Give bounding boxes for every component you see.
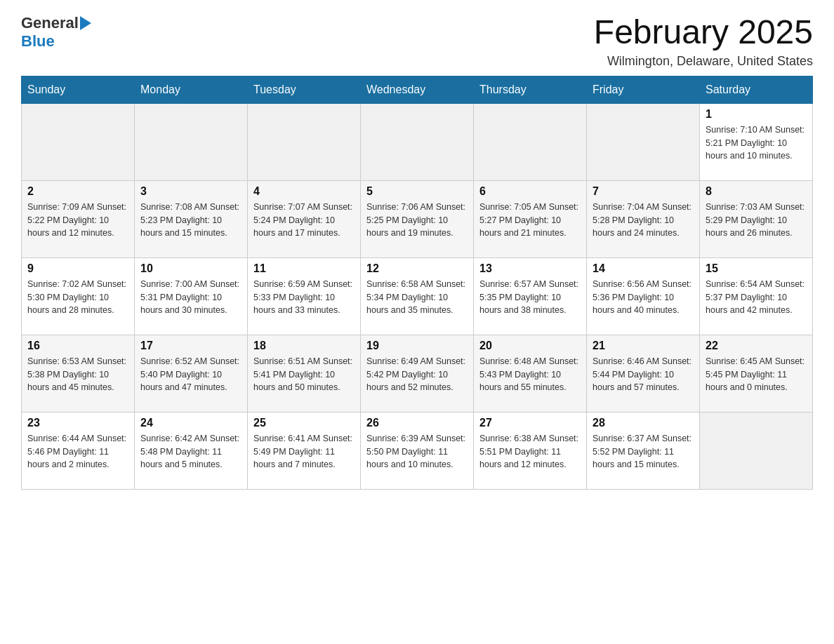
calendar-cell: 15Sunrise: 6:54 AM Sunset: 5:37 PM Dayli…	[700, 257, 813, 335]
day-number: 17	[140, 340, 241, 352]
calendar-cell: 25Sunrise: 6:41 AM Sunset: 5:49 PM Dayli…	[248, 412, 361, 489]
title-section: February 2025 Wilmington, Delaware, Unit…	[594, 14, 813, 69]
day-info: Sunrise: 6:41 AM Sunset: 5:49 PM Dayligh…	[253, 432, 355, 471]
day-info: Sunrise: 6:42 AM Sunset: 5:48 PM Dayligh…	[140, 432, 241, 471]
calendar-cell: 12Sunrise: 6:58 AM Sunset: 5:34 PM Dayli…	[361, 257, 474, 335]
weekday-header-monday: Monday	[135, 76, 248, 103]
month-title: February 2025	[594, 14, 813, 51]
day-number: 4	[253, 185, 355, 198]
calendar-cell	[474, 103, 587, 180]
day-info: Sunrise: 6:58 AM Sunset: 5:34 PM Dayligh…	[366, 278, 468, 317]
calendar-cell: 3Sunrise: 7:08 AM Sunset: 5:23 PM Daylig…	[135, 180, 248, 257]
day-info: Sunrise: 7:04 AM Sunset: 5:28 PM Dayligh…	[593, 201, 694, 240]
weekday-header-saturday: Saturday	[700, 76, 813, 103]
calendar-table: SundayMondayTuesdayWednesdayThursdayFrid…	[21, 76, 813, 490]
day-info: Sunrise: 7:06 AM Sunset: 5:25 PM Dayligh…	[366, 201, 468, 240]
day-info: Sunrise: 6:53 AM Sunset: 5:38 PM Dayligh…	[27, 355, 128, 394]
logo-blue-text: Blue	[21, 32, 55, 51]
calendar-cell: 13Sunrise: 6:57 AM Sunset: 5:35 PM Dayli…	[474, 257, 587, 335]
day-number: 1	[706, 108, 807, 121]
calendar-cell: 2Sunrise: 7:09 AM Sunset: 5:22 PM Daylig…	[22, 180, 135, 257]
day-number: 9	[27, 262, 128, 275]
day-number: 18	[253, 340, 355, 352]
calendar-cell: 19Sunrise: 6:49 AM Sunset: 5:42 PM Dayli…	[361, 335, 474, 412]
calendar-cell	[700, 412, 813, 489]
day-number: 21	[593, 340, 694, 352]
day-info: Sunrise: 6:52 AM Sunset: 5:40 PM Dayligh…	[140, 355, 241, 394]
calendar-cell: 28Sunrise: 6:37 AM Sunset: 5:52 PM Dayli…	[587, 412, 700, 489]
day-info: Sunrise: 7:08 AM Sunset: 5:23 PM Dayligh…	[140, 201, 241, 240]
day-number: 2	[27, 185, 128, 198]
calendar-cell: 16Sunrise: 6:53 AM Sunset: 5:38 PM Dayli…	[22, 335, 135, 412]
calendar-cell: 21Sunrise: 6:46 AM Sunset: 5:44 PM Dayli…	[587, 335, 700, 412]
calendar-cell: 14Sunrise: 6:56 AM Sunset: 5:36 PM Dayli…	[587, 257, 700, 335]
calendar-cell: 9Sunrise: 7:02 AM Sunset: 5:30 PM Daylig…	[22, 257, 135, 335]
day-number: 24	[140, 417, 241, 429]
calendar-cell: 10Sunrise: 7:00 AM Sunset: 5:31 PM Dayli…	[135, 257, 248, 335]
day-info: Sunrise: 6:59 AM Sunset: 5:33 PM Dayligh…	[253, 278, 355, 317]
page-header: General Blue February 2025 Wilmington, D…	[21, 14, 813, 69]
day-info: Sunrise: 7:07 AM Sunset: 5:24 PM Dayligh…	[253, 201, 355, 240]
day-info: Sunrise: 6:39 AM Sunset: 5:50 PM Dayligh…	[366, 432, 468, 471]
calendar-cell	[248, 103, 361, 180]
day-number: 13	[479, 262, 581, 275]
day-info: Sunrise: 6:48 AM Sunset: 5:43 PM Dayligh…	[479, 355, 581, 394]
calendar-cell	[361, 103, 474, 180]
day-number: 5	[366, 185, 468, 198]
day-number: 15	[706, 262, 807, 275]
calendar-week-row: 1Sunrise: 7:10 AM Sunset: 5:21 PM Daylig…	[22, 103, 813, 180]
day-info: Sunrise: 7:00 AM Sunset: 5:31 PM Dayligh…	[140, 278, 241, 317]
calendar-cell: 1Sunrise: 7:10 AM Sunset: 5:21 PM Daylig…	[700, 103, 813, 180]
calendar-cell: 18Sunrise: 6:51 AM Sunset: 5:41 PM Dayli…	[248, 335, 361, 412]
day-info: Sunrise: 7:02 AM Sunset: 5:30 PM Dayligh…	[27, 278, 128, 317]
day-number: 10	[140, 262, 241, 275]
day-info: Sunrise: 6:46 AM Sunset: 5:44 PM Dayligh…	[593, 355, 694, 394]
logo-arrow-icon	[80, 16, 91, 30]
calendar-cell	[135, 103, 248, 180]
calendar-cell: 5Sunrise: 7:06 AM Sunset: 5:25 PM Daylig…	[361, 180, 474, 257]
calendar-cell: 11Sunrise: 6:59 AM Sunset: 5:33 PM Dayli…	[248, 257, 361, 335]
day-info: Sunrise: 6:51 AM Sunset: 5:41 PM Dayligh…	[253, 355, 355, 394]
calendar-cell: 4Sunrise: 7:07 AM Sunset: 5:24 PM Daylig…	[248, 180, 361, 257]
calendar-cell: 6Sunrise: 7:05 AM Sunset: 5:27 PM Daylig…	[474, 180, 587, 257]
day-number: 11	[253, 262, 355, 275]
logo: General Blue	[21, 14, 91, 51]
calendar-week-row: 9Sunrise: 7:02 AM Sunset: 5:30 PM Daylig…	[22, 257, 813, 335]
calendar-cell: 17Sunrise: 6:52 AM Sunset: 5:40 PM Dayli…	[135, 335, 248, 412]
calendar-cell: 23Sunrise: 6:44 AM Sunset: 5:46 PM Dayli…	[22, 412, 135, 489]
calendar-week-row: 2Sunrise: 7:09 AM Sunset: 5:22 PM Daylig…	[22, 180, 813, 257]
weekday-header-tuesday: Tuesday	[248, 76, 361, 103]
day-number: 14	[593, 262, 694, 275]
calendar-cell: 22Sunrise: 6:45 AM Sunset: 5:45 PM Dayli…	[700, 335, 813, 412]
day-number: 6	[479, 185, 581, 198]
day-info: Sunrise: 6:37 AM Sunset: 5:52 PM Dayligh…	[593, 432, 694, 471]
day-info: Sunrise: 6:49 AM Sunset: 5:42 PM Dayligh…	[366, 355, 468, 394]
day-info: Sunrise: 7:10 AM Sunset: 5:21 PM Dayligh…	[706, 123, 807, 163]
calendar-cell: 24Sunrise: 6:42 AM Sunset: 5:48 PM Dayli…	[135, 412, 248, 489]
calendar-cell: 26Sunrise: 6:39 AM Sunset: 5:50 PM Dayli…	[361, 412, 474, 489]
calendar-cell	[587, 103, 700, 180]
day-info: Sunrise: 6:38 AM Sunset: 5:51 PM Dayligh…	[479, 432, 581, 471]
day-number: 12	[366, 262, 468, 275]
calendar-header: SundayMondayTuesdayWednesdayThursdayFrid…	[22, 76, 813, 103]
day-info: Sunrise: 6:45 AM Sunset: 5:45 PM Dayligh…	[706, 355, 807, 394]
day-number: 22	[706, 340, 807, 352]
day-number: 26	[366, 417, 468, 429]
weekday-header-wednesday: Wednesday	[361, 76, 474, 103]
weekday-header-friday: Friday	[587, 76, 700, 103]
day-info: Sunrise: 6:56 AM Sunset: 5:36 PM Dayligh…	[593, 278, 694, 317]
calendar-week-row: 23Sunrise: 6:44 AM Sunset: 5:46 PM Dayli…	[22, 412, 813, 489]
day-number: 25	[253, 417, 355, 429]
calendar-cell: 27Sunrise: 6:38 AM Sunset: 5:51 PM Dayli…	[474, 412, 587, 489]
day-info: Sunrise: 6:44 AM Sunset: 5:46 PM Dayligh…	[27, 432, 128, 471]
day-number: 20	[479, 340, 581, 352]
calendar-cell: 20Sunrise: 6:48 AM Sunset: 5:43 PM Dayli…	[474, 335, 587, 412]
day-info: Sunrise: 7:03 AM Sunset: 5:29 PM Dayligh…	[706, 201, 807, 240]
day-number: 7	[593, 185, 694, 198]
day-number: 27	[479, 417, 581, 429]
calendar-cell: 8Sunrise: 7:03 AM Sunset: 5:29 PM Daylig…	[700, 180, 813, 257]
day-number: 3	[140, 185, 241, 198]
day-number: 28	[593, 417, 694, 429]
day-info: Sunrise: 6:57 AM Sunset: 5:35 PM Dayligh…	[479, 278, 581, 317]
calendar-cell	[22, 103, 135, 180]
